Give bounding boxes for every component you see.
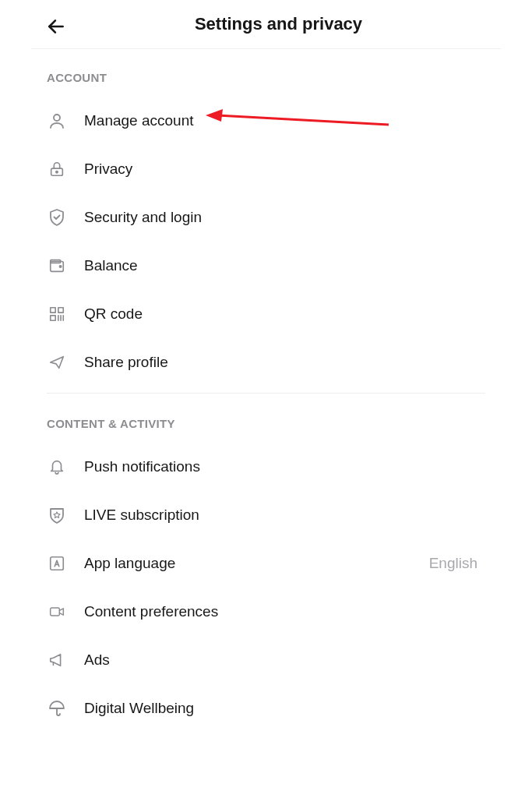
row-digital-wellbeing[interactable]: Digital Wellbeing <box>0 684 532 733</box>
share-icon <box>47 352 67 373</box>
section-header-account: ACCOUNT <box>0 49 532 97</box>
row-label: App language <box>84 555 175 572</box>
row-label: Privacy <box>84 161 132 178</box>
svg-rect-10 <box>58 308 63 312</box>
row-security-login[interactable]: Security and login <box>0 193 532 242</box>
row-ads[interactable]: Ads <box>0 636 532 684</box>
row-content-preferences[interactable]: Content preferences <box>0 588 532 636</box>
row-privacy[interactable]: Privacy <box>0 145 532 193</box>
wallet-icon <box>47 256 67 276</box>
shield-check-icon <box>47 207 67 228</box>
row-balance[interactable]: Balance <box>0 242 532 290</box>
row-label: Share profile <box>84 354 168 371</box>
page-title: Settings and privacy <box>44 14 513 34</box>
annotation-arrow <box>206 104 393 136</box>
svg-rect-15 <box>51 557 64 570</box>
page-header: Settings and privacy <box>0 0 532 48</box>
svg-rect-9 <box>51 308 55 312</box>
section-header-content-activity: CONTENT & ACTIVITY <box>0 412 532 443</box>
umbrella-icon <box>47 698 67 719</box>
row-label: Digital Wellbeing <box>84 700 194 717</box>
video-icon <box>47 602 67 622</box>
row-share-profile[interactable]: Share profile <box>0 338 532 387</box>
shield-star-icon <box>47 505 67 525</box>
svg-point-1 <box>54 115 60 121</box>
arrow-left-icon <box>46 16 66 37</box>
row-label: Ads <box>84 651 110 669</box>
language-icon <box>47 553 67 574</box>
row-live-subscription[interactable]: LIVE subscription <box>0 491 532 539</box>
row-label: QR code <box>84 305 143 323</box>
svg-marker-3 <box>206 109 223 122</box>
row-label: Push notifications <box>84 458 200 475</box>
section-divider <box>47 393 485 394</box>
bell-icon <box>47 457 67 477</box>
svg-line-2 <box>217 115 389 125</box>
svg-point-8 <box>59 266 61 267</box>
person-icon <box>47 111 67 131</box>
row-label: Security and login <box>84 209 202 226</box>
row-manage-account[interactable]: Manage account <box>0 97 532 145</box>
row-label: Manage account <box>84 112 194 129</box>
row-value: English <box>429 555 485 572</box>
row-label: LIVE subscription <box>84 507 199 524</box>
row-push-notifications[interactable]: Push notifications <box>0 443 532 491</box>
row-label: Balance <box>84 257 138 274</box>
back-button[interactable] <box>44 14 69 39</box>
lock-icon <box>47 159 67 179</box>
svg-rect-11 <box>51 316 55 320</box>
svg-rect-16 <box>51 608 60 616</box>
svg-point-5 <box>56 171 58 172</box>
row-label: Content preferences <box>84 603 218 620</box>
row-app-language[interactable]: App language English <box>0 539 532 588</box>
row-qr-code[interactable]: QR code <box>0 290 532 338</box>
qr-code-icon <box>47 304 67 324</box>
megaphone-icon <box>47 650 67 670</box>
